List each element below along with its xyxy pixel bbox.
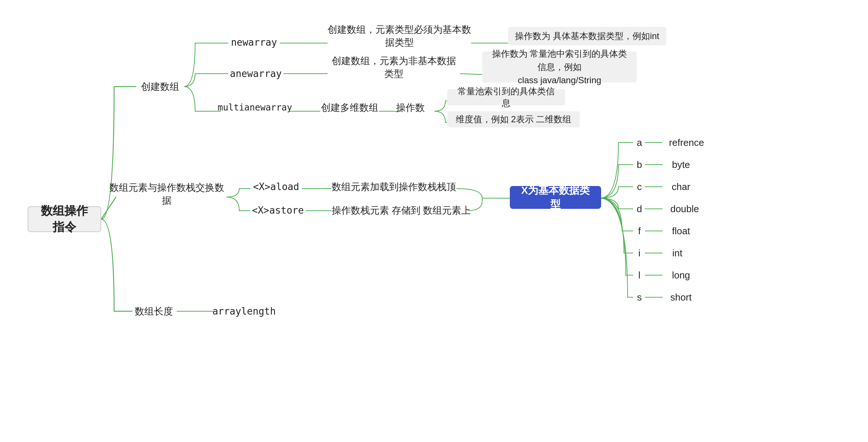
x-basic-node: X为基本数据类型 bbox=[510, 186, 601, 209]
multianewarray-op1-label: 常量池索引到的具体类信息 bbox=[454, 85, 558, 109]
aload-node: <X>aload bbox=[250, 179, 302, 195]
newarray-op-node: 操作数为 具体基本数据类型，例如int bbox=[508, 27, 666, 45]
array-length-label: 数组长度 bbox=[135, 305, 173, 318]
newarray-label: newarray bbox=[231, 37, 277, 48]
leaf-c-val: char bbox=[663, 180, 699, 193]
multianewarray-op2-label: 维度值，例如 2表示 二维数组 bbox=[456, 113, 572, 125]
astore-label: <X>astore bbox=[252, 205, 304, 216]
leaf-d-val: double bbox=[663, 203, 707, 215]
newarray-desc-node: 创建数组，元素类型必须为基本数据类型 bbox=[328, 27, 471, 45]
aload-desc-node: 数组元素加载到操作数栈栈顶 bbox=[331, 179, 456, 195]
anewarray-op-node: 操作数为 常量池中索引到的具体类信息，例如 class java/lang/St… bbox=[482, 52, 637, 83]
multianewarray-desc-node: 创建多维数组 bbox=[320, 99, 379, 116]
multianewarray-desc-label: 创建多维数组 bbox=[321, 101, 378, 114]
array-length-node: 数组长度 bbox=[131, 302, 177, 320]
astore-desc-label: 操作数栈元素 存储到 数组元素上 bbox=[332, 204, 471, 217]
leaf-f-label: f bbox=[633, 225, 646, 237]
astore-desc-node: 操作数栈元素 存储到 数组元素上 bbox=[331, 202, 471, 218]
multianewarray-op-label-node: 操作数 bbox=[390, 99, 431, 116]
multianewarray-node: multianewarray bbox=[221, 99, 289, 116]
multianewarray-op1-node: 常量池索引到的具体类信息 bbox=[447, 89, 565, 105]
astore-node: <X>astore bbox=[250, 202, 306, 218]
leaf-l-label: l bbox=[633, 269, 646, 281]
anewarray-op-label: 操作数为 常量池中索引到的具体类信息，例如 class java/lang/St… bbox=[489, 47, 630, 87]
create-array-node: 创建数组 bbox=[136, 77, 184, 96]
newarray-op-label: 操作数为 具体基本数据类型，例如int bbox=[515, 30, 659, 42]
multianewarray-label: multianewarray bbox=[218, 102, 292, 113]
leaf-s-label: s bbox=[633, 291, 646, 304]
leaf-i-val: int bbox=[663, 247, 692, 259]
mind-map-canvas: 数组操作指令 创建数组 newarray 创建数组，元素类型必须为基本数据类型 … bbox=[0, 0, 868, 442]
anewarray-desc-label: 创建数组，元素为非基本数据类型 bbox=[328, 55, 460, 80]
arraylength-label: arraylength bbox=[212, 306, 276, 317]
newarray-node: newarray bbox=[228, 34, 280, 50]
leaf-b-label: b bbox=[633, 158, 646, 171]
arraylength-node: arraylength bbox=[213, 302, 275, 320]
array-exchange-node: 数组元素与操作数栈交换数据 bbox=[107, 184, 226, 204]
array-exchange-label: 数组元素与操作数栈交换数据 bbox=[107, 181, 226, 207]
anewarray-node: anewarray bbox=[228, 66, 283, 82]
root-node: 数组操作指令 bbox=[28, 206, 101, 232]
leaf-c-label: c bbox=[633, 180, 646, 193]
leaf-b-val: byte bbox=[663, 158, 699, 171]
leaf-f-val: float bbox=[663, 225, 699, 237]
newarray-desc-label: 创建数组，元素类型必须为基本数据类型 bbox=[328, 23, 471, 49]
leaf-a-label: a bbox=[633, 136, 646, 149]
leaf-s-val: short bbox=[663, 291, 699, 304]
multianewarray-op2-node: 维度值，例如 2表示 二维数组 bbox=[447, 111, 580, 127]
create-array-label: 创建数组 bbox=[141, 80, 179, 93]
aload-label: <X>aload bbox=[253, 181, 299, 192]
anewarray-label: anewarray bbox=[230, 68, 282, 79]
leaf-a-val: refrence bbox=[663, 136, 710, 149]
root-label: 数组操作指令 bbox=[36, 203, 92, 235]
aload-desc-label: 数组元素加载到操作数栈栈顶 bbox=[332, 180, 456, 193]
leaf-d-label: d bbox=[633, 203, 646, 215]
anewarray-desc-node: 创建数组，元素为非基本数据类型 bbox=[328, 58, 460, 77]
multianewarray-op-label: 操作数 bbox=[396, 101, 425, 114]
leaf-l-val: long bbox=[663, 269, 699, 281]
x-basic-label: X为基本数据类型 bbox=[519, 183, 592, 211]
leaf-i-label: i bbox=[633, 247, 646, 259]
